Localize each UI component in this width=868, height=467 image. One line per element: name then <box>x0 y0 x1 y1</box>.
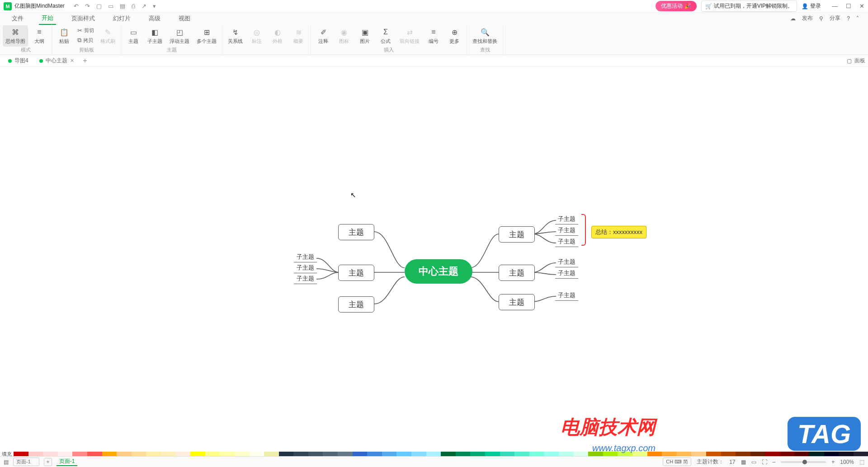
color-swatch[interactable] <box>574 452 589 456</box>
topic-left-0[interactable]: 主题 <box>338 224 374 240</box>
sub-left-1-0[interactable]: 子主题 <box>294 253 317 262</box>
color-swatch[interactable] <box>293 452 308 456</box>
bilink-button[interactable]: ⇄双向链接 <box>397 25 422 47</box>
color-swatch[interactable] <box>146 452 161 456</box>
summary-button[interactable]: ≋概要 <box>289 25 308 47</box>
doc-tab-1[interactable]: 中心主题 ✕ <box>34 55 80 66</box>
note-button[interactable]: ✐注释 <box>314 25 333 47</box>
boundary-button[interactable]: ◐外框 <box>268 25 287 47</box>
color-swatch[interactable] <box>794 452 809 456</box>
qat-more[interactable]: ▾ <box>153 3 156 9</box>
topic-left-2[interactable]: 主题 <box>338 296 374 313</box>
menu-advanced[interactable]: 高级 <box>146 13 163 24</box>
color-swatch[interactable] <box>279 452 294 456</box>
paste-button[interactable]: 📋 粘贴 <box>55 25 74 47</box>
topic-right-1[interactable]: 主题 <box>499 265 535 281</box>
ime-indicator[interactable]: CH ⌨ 简 <box>663 458 691 466</box>
format-painter-button[interactable]: ✎ 格式刷 <box>98 25 118 47</box>
color-swatch[interactable] <box>559 452 574 456</box>
color-swatch[interactable] <box>736 452 750 456</box>
color-swatch[interactable] <box>323 452 338 456</box>
menu-page-style[interactable]: 页面样式 <box>69 13 98 24</box>
qat-export[interactable]: ↗ <box>142 3 146 9</box>
color-swatch[interactable] <box>235 452 250 456</box>
color-swatch[interactable] <box>780 452 795 456</box>
color-swatch[interactable] <box>190 452 205 456</box>
zoom-thumb[interactable] <box>802 460 807 464</box>
doc-tab-close[interactable]: ✕ <box>70 58 74 64</box>
color-swatch[interactable] <box>308 452 323 456</box>
outline-mode-button[interactable]: ≡ 大纲 <box>30 25 49 47</box>
sub-right-2-0[interactable]: 子主题 <box>555 291 578 301</box>
qat-save[interactable]: ▤ <box>120 3 125 9</box>
color-swatch[interactable] <box>382 452 397 456</box>
zoom-out-button[interactable]: – <box>773 459 776 465</box>
view-icon-2[interactable]: ▭ <box>751 459 756 465</box>
callout-button[interactable]: ◎标注 <box>247 25 266 47</box>
trial-notice[interactable]: 🛒 试用已到期，开通VIP解锁限制。 <box>701 0 797 12</box>
color-swatch[interactable] <box>250 452 264 456</box>
color-swatch[interactable] <box>809 452 824 456</box>
icons-button[interactable]: ◉图标 <box>335 25 354 47</box>
color-swatch[interactable] <box>514 452 529 456</box>
sub-right-1-1[interactable]: 子主题 <box>555 269 578 279</box>
minimize-button[interactable]: — <box>832 3 838 9</box>
color-swatch[interactable] <box>485 452 500 456</box>
sub-right-0-2[interactable]: 子主题 <box>555 238 578 247</box>
view-icon-3[interactable]: ⛶ <box>762 459 767 465</box>
find-replace-button[interactable]: 🔍查找和替换 <box>470 25 500 47</box>
color-swatch[interactable] <box>205 452 220 456</box>
cut-button[interactable]: ✂剪切 <box>75 26 96 35</box>
qat-new[interactable]: ▢ <box>96 3 102 9</box>
color-swatch[interactable] <box>14 452 28 456</box>
color-swatch[interactable] <box>338 452 353 456</box>
menu-slideshow[interactable]: 幻灯片 <box>110 13 133 24</box>
sub-left-1-1[interactable]: 子主题 <box>294 264 317 273</box>
color-swatch[interactable] <box>854 452 868 456</box>
menu-file[interactable]: 文件 <box>9 13 26 24</box>
menu-start[interactable]: 开始 <box>39 12 56 25</box>
color-swatch[interactable] <box>220 452 235 456</box>
sub-left-1-2[interactable]: 子主题 <box>294 275 317 284</box>
color-swatch[interactable] <box>824 452 839 456</box>
image-button[interactable]: ▣图片 <box>355 25 374 47</box>
color-swatch[interactable] <box>72 452 87 456</box>
color-swatch[interactable] <box>117 452 132 456</box>
canvas[interactable]: 中心主题 主题 主题 主题 主题 主题 主题 子主题 子主题 子主题 子主题 子… <box>0 67 868 452</box>
color-swatch[interactable] <box>396 452 411 456</box>
color-swatch[interactable] <box>264 452 279 456</box>
color-swatch[interactable] <box>441 452 456 456</box>
floating-topic-button[interactable]: ◰浮动主题 <box>167 25 192 47</box>
summary-node[interactable]: 总结：xxxxxxxxxx <box>591 226 646 238</box>
add-page-button[interactable]: ＋ <box>44 458 52 466</box>
help-button[interactable]: ? <box>847 15 850 22</box>
publish-button[interactable]: 发布 <box>802 14 813 22</box>
copy-button[interactable]: ⧉拷贝 <box>75 36 96 45</box>
center-node[interactable]: 中心主题 <box>405 259 472 284</box>
color-swatch[interactable] <box>839 452 854 456</box>
page-list-icon[interactable]: ▤ <box>4 459 9 465</box>
color-swatch[interactable] <box>176 452 191 456</box>
color-swatch[interactable] <box>161 452 176 456</box>
color-swatch[interactable] <box>544 452 559 456</box>
color-swatch[interactable] <box>28 452 43 456</box>
color-swatch[interactable] <box>706 452 721 456</box>
zoom-in-button[interactable]: + <box>831 459 835 465</box>
color-swatch[interactable] <box>662 452 677 456</box>
panel-button[interactable]: 面板 <box>854 57 865 65</box>
maximize-button[interactable]: ☐ <box>846 3 851 9</box>
color-swatch[interactable] <box>470 452 485 456</box>
topic-right-2[interactable]: 主题 <box>499 294 535 310</box>
redo-button[interactable]: ↷ <box>85 3 90 9</box>
qat-print[interactable]: ⎙ <box>132 3 135 9</box>
color-swatch[interactable] <box>500 452 515 456</box>
share-button[interactable]: 分享 <box>830 14 840 22</box>
page-tab-current[interactable]: 页面-1 <box>57 458 78 466</box>
more-button[interactable]: ⊕更多 <box>445 25 464 47</box>
color-swatch[interactable] <box>58 452 73 456</box>
color-swatch[interactable] <box>43 452 58 456</box>
sub-right-1-0[interactable]: 子主题 <box>555 258 578 267</box>
mindmap-mode-button[interactable]: ⌘ 思维导图 <box>3 25 28 47</box>
relation-button[interactable]: ↯关系线 <box>225 25 245 47</box>
zoom-slider[interactable] <box>781 461 826 463</box>
